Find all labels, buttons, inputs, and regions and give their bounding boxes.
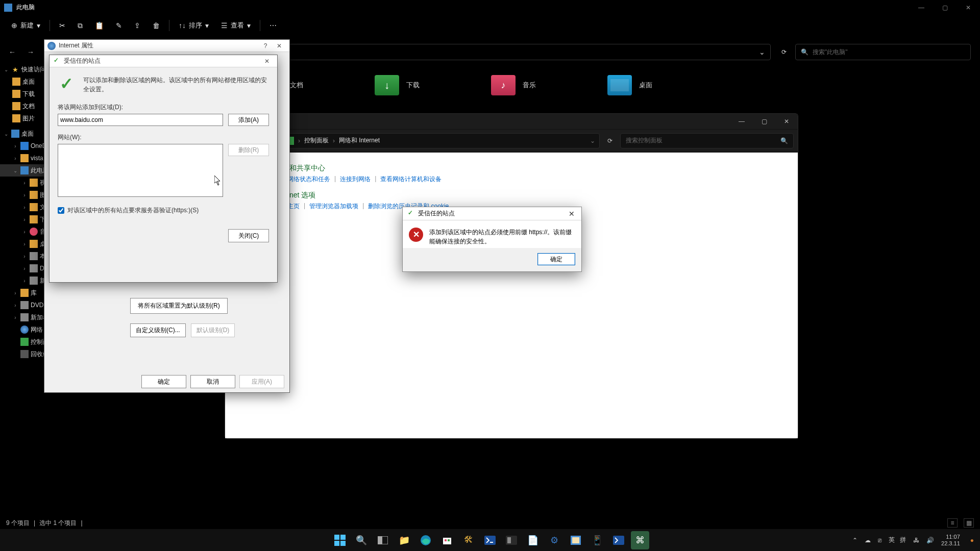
tdlg-add-button[interactable]: 添加(A) bbox=[228, 114, 269, 126]
tree-vista[interactable]: ›vista bbox=[0, 152, 44, 164]
address-dropdown-icon[interactable]: ⌄ bbox=[759, 45, 765, 59]
idlg-reset-all-button[interactable]: 将所有区域重置为默认级别(R) bbox=[130, 298, 228, 314]
tree-music[interactable]: ›音乐 bbox=[0, 226, 44, 238]
window-minimize-button[interactable]: — bbox=[910, 0, 933, 15]
tray-notifications-icon[interactable]: ● bbox=[970, 537, 974, 544]
tray-network-icon[interactable]: 🖧 bbox=[913, 537, 919, 544]
cut-button[interactable]: ✂ bbox=[54, 18, 70, 33]
nav-refresh-button[interactable]: ⟳ bbox=[777, 45, 791, 59]
tree-pictures[interactable]: 图片 bbox=[0, 112, 44, 124]
view-details-button[interactable]: ≡ bbox=[947, 518, 958, 528]
tree-desktop[interactable]: 桌面 bbox=[0, 76, 44, 88]
tree-desktop-root[interactable]: ⌄桌面 bbox=[0, 128, 44, 140]
taskbar-edge-button[interactable] bbox=[416, 531, 435, 549]
tray-volume-icon[interactable]: 🔊 bbox=[926, 537, 934, 544]
tree-download2[interactable]: ›下载 bbox=[0, 213, 44, 226]
tray-language-2[interactable]: 拼 bbox=[900, 536, 906, 544]
crumb-net[interactable]: 网络和 Internet bbox=[339, 136, 380, 145]
nav-forward-button[interactable]: → bbox=[23, 45, 38, 59]
window-close-button[interactable]: ✕ bbox=[957, 0, 980, 15]
tree-libraries[interactable]: ›库 bbox=[0, 287, 44, 299]
tree-dvd[interactable]: ›DVD 驱动器 bbox=[0, 262, 44, 274]
idlg-ok-button[interactable]: 确定 bbox=[141, 375, 186, 388]
tree-pictures2[interactable]: ›图片 bbox=[0, 189, 44, 201]
tdlg-url-input[interactable] bbox=[58, 114, 223, 126]
tray-regional-icon[interactable]: ⎚ bbox=[878, 537, 881, 544]
new-button[interactable]: ⊕新建▾ bbox=[6, 18, 45, 33]
tray-language-1[interactable]: 英 bbox=[889, 536, 895, 544]
cpl-sublink[interactable]: 连接到网络 bbox=[340, 175, 371, 184]
tdlg-title-close-button[interactable]: ✕ bbox=[260, 58, 274, 65]
tray-chevron-icon[interactable]: ⌃ bbox=[852, 537, 857, 544]
share-button[interactable]: ⇪ bbox=[129, 18, 145, 33]
taskbar-store-button[interactable] bbox=[438, 531, 456, 549]
folder-download[interactable]: ↓下载 bbox=[375, 75, 420, 95]
tree-documents[interactable]: 文档 bbox=[0, 100, 44, 112]
cpl-sublink[interactable]: 查看网络计算机和设备 bbox=[380, 175, 442, 184]
idlg-close-button[interactable]: ✕ bbox=[272, 42, 286, 49]
view-button[interactable]: ☰查看▾ bbox=[216, 18, 256, 33]
idlg-cancel-button[interactable]: 取消 bbox=[190, 375, 235, 388]
tree-onedrive[interactable]: ›OneDrive bbox=[0, 140, 44, 152]
copy-button[interactable]: ⧉ bbox=[72, 18, 88, 33]
tree-control-panel[interactable]: 控制面板 bbox=[0, 336, 44, 348]
cpl-link-network-sharing[interactable]: 网络和共享中心 bbox=[275, 164, 442, 173]
tree-newvol[interactable]: ›新加卷 bbox=[0, 274, 44, 287]
nav-back-button[interactable]: ← bbox=[5, 45, 19, 59]
taskbar-app-icon[interactable] bbox=[567, 531, 585, 549]
idlg-help-button[interactable]: ? bbox=[259, 42, 272, 49]
tree-network[interactable]: 网络 bbox=[0, 323, 44, 336]
taskbar-app-icon[interactable] bbox=[502, 531, 521, 549]
paste-button[interactable]: 📋 bbox=[90, 18, 109, 33]
tree-recycle[interactable]: 回收站 bbox=[0, 348, 44, 360]
folder-music[interactable]: ♪音乐 bbox=[491, 75, 536, 95]
taskbar-app-icon[interactable]: 📱 bbox=[588, 531, 606, 549]
cpl-min-button[interactable]: — bbox=[730, 114, 753, 130]
tree-documents2[interactable]: ›文档 bbox=[0, 201, 44, 213]
cpl-refresh-button[interactable]: ⟳ bbox=[603, 134, 617, 148]
tray-onedrive-icon[interactable]: ☁ bbox=[865, 537, 871, 544]
tree-quick-access[interactable]: ⌄★快速访问 bbox=[0, 63, 44, 76]
tray-clock[interactable]: 11:07 22.3.11 bbox=[941, 534, 960, 546]
idlg-custom-level-button[interactable]: 自定义级别(C)... bbox=[130, 323, 186, 337]
taskbar-search-button[interactable]: 🔍 bbox=[352, 531, 371, 549]
idlg-default-level-button[interactable]: 默认级别(D) bbox=[191, 323, 235, 337]
view-grid-button[interactable]: ▦ bbox=[964, 518, 974, 528]
sort-button[interactable]: ↑↓排序▾ bbox=[174, 18, 214, 33]
tdlg-remove-button[interactable]: 删除(R) bbox=[228, 144, 269, 156]
msgbox-close-button[interactable]: ✕ bbox=[566, 210, 577, 218]
navigation-tree[interactable]: ⌄★快速访问 桌面 下载 文档 图片 ⌄桌面 ›OneDrive ›vista … bbox=[0, 63, 44, 529]
tree-desktop3[interactable]: ›桌面 bbox=[0, 238, 44, 250]
idlg-apply-button[interactable]: 应用(A) bbox=[239, 375, 284, 388]
taskbar-terminal-button[interactable] bbox=[609, 531, 628, 549]
cpl-max-button[interactable]: ▢ bbox=[753, 114, 775, 130]
msgbox-ok-button[interactable]: 确定 bbox=[537, 253, 575, 265]
taskbar-explorer-button[interactable]: 📁 bbox=[395, 531, 413, 549]
taskbar-app-icon[interactable]: 🛠 bbox=[459, 531, 478, 549]
window-maximize-button[interactable]: ▢ bbox=[933, 0, 957, 15]
taskbar-app-icon[interactable]: ⌘ bbox=[631, 531, 649, 549]
taskbar-notepad-button[interactable]: 📄 bbox=[524, 531, 542, 549]
tdlg-sites-listbox[interactable] bbox=[58, 144, 223, 197]
crumb-cpl[interactable]: 控制面板 bbox=[304, 136, 329, 145]
cpl-sublink[interactable]: 管理浏览器加载项 bbox=[309, 202, 358, 211]
crumb-dropdown-icon[interactable]: ⌄ bbox=[590, 137, 595, 144]
cpl-search-input[interactable]: 搜索控制面板 🔍 bbox=[620, 133, 794, 148]
taskbar-taskview-button[interactable] bbox=[374, 531, 392, 549]
tree-newvol2[interactable]: ›新加卷 (E:) bbox=[0, 311, 44, 323]
folder-desktop[interactable]: 桌面 bbox=[607, 75, 652, 95]
tdlg-https-checkbox[interactable] bbox=[58, 207, 64, 214]
tree-this-pc[interactable]: ⌄此电脑 bbox=[0, 164, 44, 177]
explorer-search-input[interactable]: 🔍 搜索"此电脑" bbox=[795, 44, 971, 60]
cpl-link-internet-options[interactable]: Internet 选项 bbox=[275, 191, 449, 200]
taskbar-powershell-button[interactable] bbox=[481, 531, 499, 549]
start-button[interactable] bbox=[331, 531, 349, 549]
cpl-close-button[interactable]: ✕ bbox=[775, 114, 798, 130]
tree-dvd2[interactable]: ›DVD 驱动器 (D:) bbox=[0, 299, 44, 311]
tree-videos[interactable]: ›视频 bbox=[0, 177, 44, 189]
cpl-breadcrumb[interactable]: › 控制面板 › 网络和 Internet ⌄ bbox=[281, 133, 600, 148]
rename-button[interactable]: ✎ bbox=[111, 18, 127, 33]
tdlg-close-button[interactable]: 关闭(C) bbox=[228, 229, 269, 242]
more-button[interactable]: ⋯ bbox=[264, 18, 282, 33]
tree-download[interactable]: 下载 bbox=[0, 88, 44, 100]
